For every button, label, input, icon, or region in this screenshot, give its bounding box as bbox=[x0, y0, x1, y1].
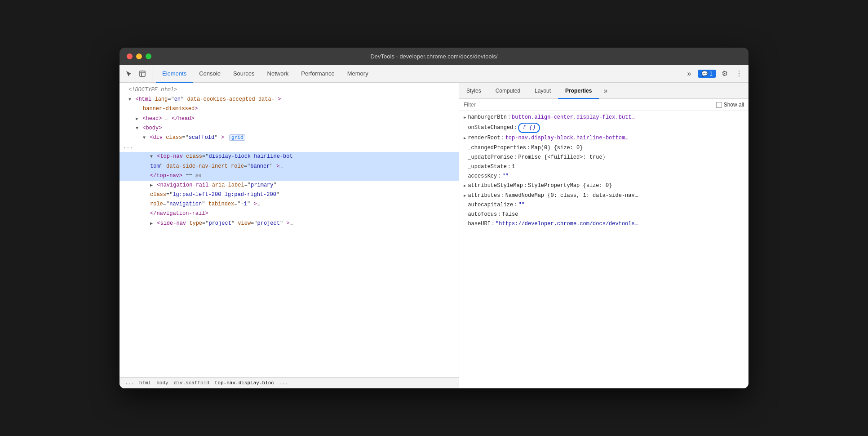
breadcrumb-divscaffold[interactable]: div.scaffold bbox=[172, 379, 211, 387]
tab-memory[interactable]: Memory bbox=[341, 65, 375, 83]
prop-autofocus[interactable]: ▶ autofocus : false bbox=[459, 210, 748, 219]
breadcrumb: ... html body div.scaffold top-nav.displ… bbox=[120, 377, 459, 388]
prop-render-root[interactable]: ▶ renderRoot : top-nav.display-block.hai… bbox=[459, 133, 748, 143]
close-button[interactable] bbox=[127, 53, 133, 59]
prop-update-promise[interactable]: ▶ _updatePromise : Promise {<fulfilled>:… bbox=[459, 153, 748, 162]
triangle-icon: ▼ bbox=[143, 135, 146, 140]
more-style-tabs-button[interactable]: » bbox=[599, 83, 612, 98]
cursor-icon[interactable] bbox=[123, 68, 135, 80]
dom-top-nav-attrs[interactable]: tom" data-side-nav-inert role="banner" >… bbox=[120, 162, 459, 171]
tab-performance[interactable]: Performance bbox=[295, 65, 341, 83]
main-tabs: Elements Console Sources Network Perform… bbox=[156, 65, 375, 82]
filter-bar: Show all bbox=[459, 99, 748, 111]
breadcrumb-dots[interactable]: ... bbox=[123, 379, 136, 387]
prop-attr-style-map[interactable]: ▶ attributeStyleMap : StylePropertyMap {… bbox=[459, 181, 748, 191]
tab-elements[interactable]: Elements bbox=[156, 65, 193, 83]
breadcrumb-more[interactable]: ... bbox=[278, 379, 290, 387]
toolbar-icons bbox=[123, 68, 152, 80]
inspect-icon[interactable] bbox=[137, 68, 148, 80]
browser-window: DevTools - developer.chrome.com/docs/dev… bbox=[120, 48, 748, 388]
dom-body[interactable]: ▼ <body> bbox=[120, 124, 459, 133]
dom-nav-rail-attrs[interactable]: class="lg:pad-left-200 lg:pad-right-200" bbox=[120, 190, 459, 200]
devtools-body: Elements Console Sources Network Perform… bbox=[120, 65, 748, 388]
grid-badge: grid bbox=[229, 134, 245, 141]
tab-properties[interactable]: Properties bbox=[558, 83, 599, 99]
function-badge: f () bbox=[518, 123, 540, 133]
dom-nav-rail[interactable]: ▶ <navigation-rail aria-label="primary" bbox=[120, 181, 459, 190]
triangle-icon: ▶ bbox=[150, 183, 153, 188]
dom-side-nav[interactable]: ▶ <side-nav type="project" view="project… bbox=[120, 219, 459, 228]
dom-nav-rail-close[interactable]: </navigation-rail> bbox=[120, 209, 459, 218]
triangle-icon: ▶ bbox=[136, 116, 138, 121]
triangle-icon: ▼ bbox=[136, 126, 138, 131]
dom-dots-ellipsis[interactable]: ... bbox=[120, 142, 459, 152]
prop-attributes[interactable]: ▶ attributes : NamedNodeMap {0: class, 1… bbox=[459, 191, 748, 200]
svg-rect-0 bbox=[140, 71, 145, 76]
prop-base-uri[interactable]: ▶ baseURI : "https://developer.chrome.co… bbox=[459, 219, 748, 229]
triangle-icon: ▶ bbox=[150, 221, 153, 226]
breadcrumb-topnav[interactable]: top-nav.display-bloc bbox=[213, 379, 276, 387]
breadcrumb-body[interactable]: body bbox=[155, 379, 170, 387]
maximize-button[interactable] bbox=[146, 53, 151, 59]
elements-panel: <!DOCTYPE html> ▼ <html lang="en" data-c… bbox=[120, 83, 459, 388]
minimize-button[interactable] bbox=[136, 53, 142, 59]
breadcrumb-html[interactable]: html bbox=[137, 379, 153, 387]
dom-tree[interactable]: <!DOCTYPE html> ▼ <html lang="en" data-c… bbox=[120, 83, 459, 377]
tab-sources[interactable]: Sources bbox=[227, 65, 261, 83]
dom-nav-rail-attrs2[interactable]: role="navigation" tabindex="-1" >… bbox=[120, 200, 459, 209]
chat-button[interactable]: 💬 1 bbox=[698, 70, 716, 78]
prop-access-key[interactable]: ▶ accessKey : "" bbox=[459, 172, 748, 181]
tab-network[interactable]: Network bbox=[261, 65, 295, 83]
triangle-icon: ▼ bbox=[150, 154, 153, 159]
filter-input[interactable] bbox=[464, 102, 713, 108]
dom-head[interactable]: ▶ <head> … </head> bbox=[120, 114, 459, 124]
prop-on-state-changed[interactable]: ▶ onStateChanged : f () bbox=[459, 122, 748, 133]
dom-html-attr-cont[interactable]: banner-dismissed> bbox=[120, 104, 459, 114]
titlebar: DevTools - developer.chrome.com/docs/dev… bbox=[120, 48, 748, 65]
prop-update-state[interactable]: ▶ _updateState : 1 bbox=[459, 162, 748, 172]
toolbar-right: » 💬 1 ⚙ ⋮ bbox=[683, 68, 745, 80]
styles-tabs: Styles Computed Layout Properties » bbox=[459, 83, 748, 99]
show-all-checkbox[interactable] bbox=[716, 102, 722, 108]
tab-layout[interactable]: Layout bbox=[527, 83, 558, 99]
window-title: DevTools - developer.chrome.com/docs/dev… bbox=[370, 53, 497, 60]
main-toolbar: Elements Console Sources Network Perform… bbox=[120, 65, 748, 83]
main-content: <!DOCTYPE html> ▼ <html lang="en" data-c… bbox=[120, 83, 748, 388]
expand-icon: ▶ bbox=[464, 193, 466, 199]
dom-top-nav-close[interactable]: </top-nav> == $0 bbox=[120, 171, 459, 181]
prop-changed-props[interactable]: ▶ _changedProperties : Map(0) {size: 0} bbox=[459, 143, 748, 153]
expand-icon: ▶ bbox=[464, 115, 466, 121]
more-options-icon[interactable]: ⋮ bbox=[733, 68, 745, 80]
traffic-lights bbox=[127, 53, 151, 59]
prop-autocapitalize[interactable]: ▶ autocapitalize : "" bbox=[459, 200, 748, 210]
show-all-container: Show all bbox=[716, 102, 744, 108]
triangle-icon: ▼ bbox=[128, 97, 131, 102]
tab-console[interactable]: Console bbox=[193, 65, 227, 83]
prop-hamburger-btn[interactable]: ▶ hamburgerBtn : button.align-center.dis… bbox=[459, 113, 748, 122]
dom-doctype[interactable]: <!DOCTYPE html> bbox=[120, 85, 459, 95]
styles-panel: Styles Computed Layout Properties » bbox=[459, 83, 748, 388]
properties-list[interactable]: ▶ hamburgerBtn : button.align-center.dis… bbox=[459, 111, 748, 388]
settings-icon[interactable]: ⚙ bbox=[719, 68, 731, 80]
tab-computed[interactable]: Computed bbox=[488, 83, 527, 99]
show-all-label: Show all bbox=[724, 102, 744, 108]
dom-html[interactable]: ▼ <html lang="en" data-cookies-accepted … bbox=[120, 95, 459, 104]
tab-styles[interactable]: Styles bbox=[459, 83, 488, 99]
dom-top-nav[interactable]: ▼ <top-nav class="display-block hairline… bbox=[120, 152, 459, 161]
more-tabs-button[interactable]: » bbox=[683, 68, 695, 80]
dom-div-scaffold[interactable]: ▼ <div class="scaffold" > grid bbox=[120, 133, 459, 142]
expand-icon: ▶ bbox=[464, 135, 466, 142]
expand-icon: ▶ bbox=[464, 183, 466, 189]
